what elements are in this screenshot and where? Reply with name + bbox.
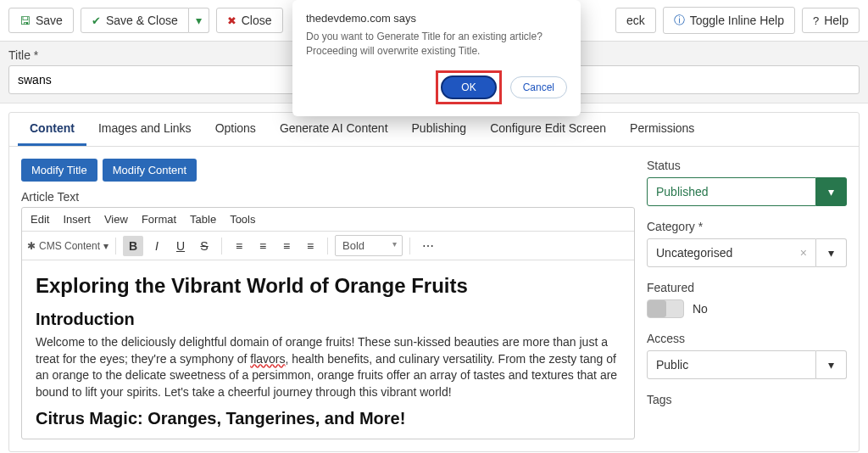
access-field: Access Public ▾ (647, 332, 847, 379)
check-label: eck (626, 14, 645, 27)
tab-publishing[interactable]: Publishing (400, 113, 479, 146)
accessibility-check-button[interactable]: eck (615, 8, 656, 33)
chevron-down-icon: ▾ (103, 240, 108, 252)
chevron-down-icon: ▾ (196, 14, 202, 27)
joomla-icon: ✱ (27, 240, 36, 252)
save-close-dropdown[interactable]: ▾ (189, 8, 209, 33)
access-label: Access (647, 332, 847, 345)
menu-tools[interactable]: Tools (230, 213, 255, 226)
dialog-ok-button[interactable]: OK (441, 76, 496, 99)
toggle-help-label: Toggle Inline Help (690, 14, 784, 27)
sidebar: Status Published ▾ Category * Uncategori… (647, 147, 859, 451)
article-h2-intro: Introduction (36, 310, 620, 329)
close-icon: ✖ (227, 14, 236, 27)
tab-images-links[interactable]: Images and Links (86, 113, 203, 146)
tab-bar: Content Images and Links Options Generat… (9, 113, 859, 147)
article-h1: Exploring the Vibrant World of Orange Fr… (36, 274, 620, 298)
more-button[interactable]: ⋯ (417, 236, 439, 256)
dialog-message: Do you want to Generate Title for an exi… (306, 30, 567, 59)
help-label: Help (824, 14, 849, 27)
category-caret[interactable]: ▾ (816, 238, 847, 267)
tab-content[interactable]: Content (18, 113, 86, 146)
dialog-heading: thedevdemo.com says (306, 12, 567, 25)
featured-toggle[interactable] (647, 299, 684, 318)
bold-button[interactable]: B (123, 236, 143, 256)
chevron-down-icon: ▾ (828, 246, 834, 260)
question-icon: ? (813, 14, 819, 27)
tab-options[interactable]: Options (203, 113, 268, 146)
align-center-button[interactable]: ≡ (253, 236, 273, 256)
strike-button[interactable]: S (194, 236, 214, 256)
access-caret[interactable]: ▾ (816, 350, 847, 379)
dialog-ok-highlight: OK (436, 70, 501, 104)
toggle-inline-help-button[interactable]: ⓘToggle Inline Help (663, 7, 795, 34)
dialog-cancel-button[interactable]: Cancel (510, 76, 567, 98)
underline-button[interactable]: U (170, 236, 191, 256)
category-label: Category * (647, 220, 847, 233)
status-caret[interactable]: ▾ (816, 177, 847, 206)
save-close-group: ✔Save & Close ▾ (81, 8, 209, 33)
save-label: Save (36, 14, 63, 27)
save-button[interactable]: 🖫Save (8, 8, 74, 33)
menu-format[interactable]: Format (142, 213, 176, 226)
save-close-button[interactable]: ✔Save & Close (81, 8, 189, 33)
save-close-label: Save & Close (106, 14, 178, 27)
tags-field: Tags (647, 393, 847, 406)
featured-value: No (693, 302, 708, 316)
category-select[interactable]: Uncategorised× (647, 238, 816, 267)
status-field: Status Published ▾ (647, 159, 847, 206)
menu-edit[interactable]: Edit (31, 213, 49, 226)
access-select[interactable]: Public (647, 350, 816, 379)
align-left-button[interactable]: ≡ (229, 236, 249, 256)
check-icon: ✔ (92, 14, 101, 27)
cms-content-dropdown[interactable]: ✱CMS Content ▾ (27, 240, 108, 252)
align-justify-button[interactable]: ≡ (300, 236, 320, 256)
article-text-label: Article Text (21, 190, 635, 204)
editor-toolbar: ✱CMS Content ▾ B I U S ≡ ≡ ≡ ≡ Bold ⋯ (22, 232, 634, 260)
status-select[interactable]: Published (647, 177, 816, 206)
tab-configure-edit[interactable]: Configure Edit Screen (478, 113, 618, 146)
font-weight-select[interactable]: Bold (335, 235, 403, 256)
align-right-button[interactable]: ≡ (276, 236, 297, 256)
tab-generate-ai[interactable]: Generate AI Content (268, 113, 400, 146)
close-button[interactable]: ✖Close (216, 8, 283, 33)
main-card: Content Images and Links Options Generat… (8, 112, 860, 452)
help-button[interactable]: ?Help (802, 8, 860, 33)
close-label: Close (242, 14, 272, 27)
editor-menubar: Edit Insert View Format Table Tools (22, 208, 634, 232)
menu-table[interactable]: Table (190, 213, 216, 226)
chevron-down-icon: ▾ (828, 358, 834, 372)
modify-content-button[interactable]: Modify Content (103, 159, 197, 182)
confirm-dialog: thedevdemo.com says Do you want to Gener… (292, 0, 581, 116)
category-field: Category * Uncategorised× ▾ (647, 220, 847, 267)
content-left: Modify Title Modify Content Article Text… (9, 147, 647, 451)
save-icon: 🖫 (19, 14, 31, 27)
editor-body[interactable]: Exploring the Vibrant World of Orange Fr… (22, 260, 634, 439)
modify-title-button[interactable]: Modify Title (21, 159, 97, 182)
tab-permissions[interactable]: Permissions (618, 113, 706, 146)
featured-label: Featured (647, 281, 847, 294)
menu-insert[interactable]: Insert (63, 213, 91, 226)
clear-category-icon[interactable]: × (800, 246, 807, 260)
status-label: Status (647, 159, 847, 172)
chevron-down-icon: ▾ (828, 185, 834, 199)
article-h2-citrus: Citrus Magic: Oranges, Tangerines, and M… (36, 409, 620, 428)
article-p1: Welcome to the deliciously delightful do… (36, 334, 620, 400)
tags-label: Tags (647, 393, 847, 406)
editor: Edit Insert View Format Table Tools ✱CMS… (21, 207, 635, 439)
menu-view[interactable]: View (104, 213, 128, 226)
info-icon: ⓘ (674, 13, 685, 28)
featured-field: Featured No (647, 281, 847, 318)
spellcheck-word: flavors (250, 352, 285, 366)
italic-button[interactable]: I (147, 236, 167, 256)
